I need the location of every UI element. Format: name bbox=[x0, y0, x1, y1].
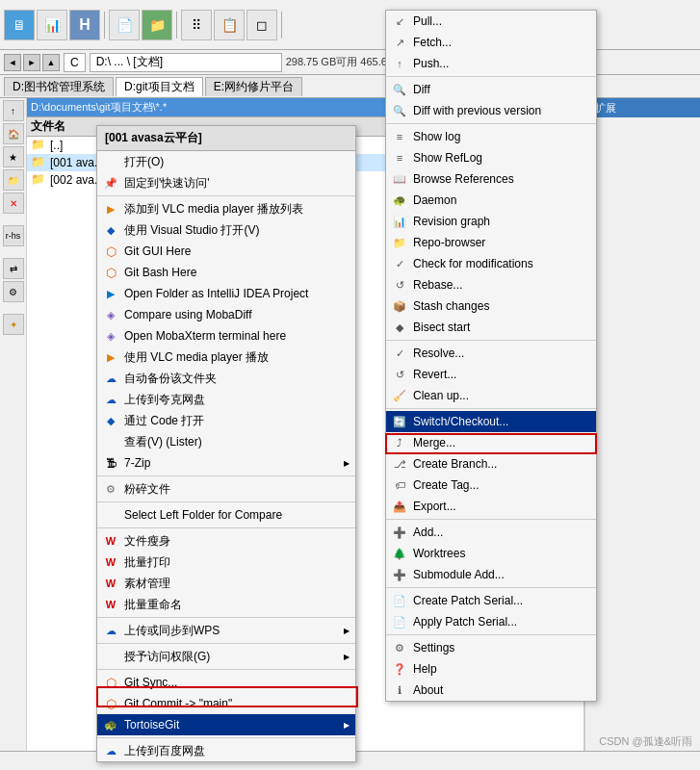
ctx-rebase[interactable]: ↺ Rebase... bbox=[386, 274, 596, 295]
ctx-rev-graph[interactable]: 📊 Revision graph bbox=[386, 211, 596, 232]
sidebar-btn-arrow[interactable]: ⇄ bbox=[3, 258, 24, 279]
toolbar-btn-2[interactable]: 📊 bbox=[37, 10, 67, 40]
ctx-push[interactable]: ↑ Push... bbox=[386, 53, 596, 74]
file-icon-2: 📁 bbox=[31, 172, 46, 188]
ctx-asset[interactable]: W 素材管理 bbox=[97, 573, 355, 594]
tab-3[interactable]: E:网约修片平台 bbox=[205, 77, 302, 96]
ctx-vscode[interactable]: ◆ 通过 Code 打开 bbox=[97, 410, 355, 431]
toolbar-btn-6[interactable]: ⠿ bbox=[181, 10, 212, 40]
ctx-auto-backup-label: 自动备份该文件夹 bbox=[124, 371, 217, 387]
sidebar-btn-up[interactable]: ↑ bbox=[3, 100, 24, 121]
ctx-switch-checkout[interactable]: 🔄 Switch/Checkout... bbox=[386, 411, 596, 432]
toolbar-btn-8[interactable]: ◻ bbox=[246, 10, 277, 40]
toolbar-btn-5[interactable]: 📁 bbox=[142, 10, 172, 40]
ctx-git-sync[interactable]: ⬡ Git Sync... bbox=[97, 672, 355, 693]
ctx-sep-2 bbox=[97, 475, 355, 476]
sidebar-btn-gear[interactable]: ⚙ bbox=[3, 281, 24, 302]
ctx-revert[interactable]: ↺ Revert... bbox=[386, 364, 596, 385]
ctx-diff[interactable]: 🔍 Diff bbox=[386, 79, 596, 100]
ctx-create-branch[interactable]: ⎇ Create Branch... bbox=[386, 453, 596, 475]
ctx-daemon[interactable]: 🐢 Daemon bbox=[386, 190, 596, 211]
ctx-access[interactable]: 授予访问权限(G) bbox=[97, 646, 355, 667]
ctx-help[interactable]: ❓ Help bbox=[386, 658, 596, 680]
ctx-stash[interactable]: 📦 Stash changes bbox=[386, 295, 596, 317]
tab-1[interactable]: D:图书馆管理系统 bbox=[4, 77, 114, 96]
nav-up[interactable]: ▲ bbox=[42, 54, 60, 71]
ctx-bisect[interactable]: ◆ Bisect start bbox=[386, 317, 596, 338]
ctx-auto-backup[interactable]: ☁ 自动备份该文件夹 bbox=[97, 368, 355, 389]
ctx-slim[interactable]: W 文件瘦身 bbox=[97, 530, 355, 552]
toolbar-btn-3[interactable]: H bbox=[69, 10, 100, 40]
ctx-git-bash[interactable]: ⬡ Git Bash Here bbox=[97, 262, 355, 283]
ctx-diff-prev[interactable]: 🔍 Diff with previous version bbox=[386, 100, 596, 121]
ctx-revert-label: Revert... bbox=[413, 368, 456, 381]
ctx-submodule[interactable]: ➕ Submodule Add... bbox=[386, 564, 596, 585]
ctx-baidu[interactable]: ☁ 上传到百度网盘 bbox=[97, 740, 355, 761]
ctx-fetch[interactable]: ↗ Fetch... bbox=[386, 32, 596, 53]
ctx-settings[interactable]: ⚙ Settings bbox=[386, 637, 596, 658]
ctx-patch-create[interactable]: 📄 Create Patch Serial... bbox=[386, 590, 596, 611]
ctx-rename[interactable]: W 批量重命名 bbox=[97, 594, 355, 615]
ctx-sep-5 bbox=[97, 617, 355, 618]
ctx-submodule-icon: ➕ bbox=[392, 567, 407, 582]
ctx-pin[interactable]: 📌 固定到'快速访问' bbox=[97, 172, 355, 193]
ctx-browse-refs[interactable]: 📖 Browse References bbox=[386, 168, 596, 190]
path-display[interactable]: D:\ ... \ [文档] bbox=[90, 53, 282, 72]
ctx-showlog[interactable]: ≡ Show log bbox=[386, 126, 596, 147]
nav-back[interactable]: ◄ bbox=[4, 54, 21, 71]
ctx-about-label: About bbox=[413, 683, 443, 697]
sidebar-btn-folder[interactable]: 📁 bbox=[3, 169, 24, 191]
ctx-wps-icon: ☁ bbox=[103, 623, 118, 638]
sidebar-btn-x[interactable]: ✕ bbox=[3, 192, 24, 214]
ctx-7zip-label: 7-Zip bbox=[124, 456, 150, 470]
ctx-cleanup[interactable]: 🧹 Clean up... bbox=[386, 385, 596, 406]
ctx-worktrees[interactable]: 🌲 Worktrees bbox=[386, 543, 596, 564]
sidebar-btn-home[interactable]: 🏠 bbox=[3, 123, 24, 144]
toolbar-btn-1[interactable]: 🖥 bbox=[4, 10, 35, 40]
ctx-mobadiff[interactable]: ◈ Compare using MobaDiff bbox=[97, 304, 355, 325]
ctx-export[interactable]: 📤 Export... bbox=[386, 496, 596, 517]
ctx-shred[interactable]: ⚙ 粉碎文件 bbox=[97, 478, 355, 500]
drive-indicator[interactable]: C bbox=[64, 53, 86, 72]
ctx-create-tag[interactable]: 🏷 Create Tag... bbox=[386, 475, 596, 496]
ctx-quark[interactable]: ☁ 上传到夸克网盘 bbox=[97, 389, 355, 410]
ctx-r-sep-7 bbox=[386, 634, 596, 635]
toolbar-sep-1 bbox=[104, 12, 105, 38]
ctx-open[interactable]: 打开(O) bbox=[97, 151, 355, 172]
ctx-repo-browser[interactable]: 📁 Repo-browser bbox=[386, 232, 596, 253]
ctx-idea[interactable]: ▶ Open Folder as IntelliJ IDEA Project bbox=[97, 283, 355, 304]
ctx-git-gui[interactable]: ⬡ Git GUI Here bbox=[97, 241, 355, 262]
sidebar-btn-r[interactable]: r-hs bbox=[3, 225, 24, 246]
ctx-add[interactable]: ➕ Add... bbox=[386, 522, 596, 543]
ctx-check-mod[interactable]: ✓ Check for modifications bbox=[386, 253, 596, 274]
ctx-pull[interactable]: ↙ Pull... bbox=[386, 11, 596, 32]
ctx-vlc-add[interactable]: ▶ 添加到 VLC media player 播放列表 bbox=[97, 198, 355, 219]
sidebar-btn-bookmark[interactable]: ★ bbox=[3, 146, 24, 167]
file-name-0: [..] bbox=[50, 139, 63, 152]
ctx-tortoisegit[interactable]: 🐢 TortoiseGit bbox=[97, 714, 355, 735]
ctx-resolve[interactable]: ✓ Resolve... bbox=[386, 343, 596, 364]
ctx-patch-apply[interactable]: 📄 Apply Patch Serial... bbox=[386, 611, 596, 632]
nav-forward[interactable]: ► bbox=[23, 54, 40, 71]
sidebar-btn-star[interactable]: ✦ bbox=[3, 314, 24, 335]
ctx-compare[interactable]: Select Left Folder for Compare bbox=[97, 504, 355, 526]
ctx-merge[interactable]: ⤴ Merge... bbox=[386, 432, 596, 453]
ctx-reflog[interactable]: ≡ Show RefLog bbox=[386, 147, 596, 168]
ctx-git-commit[interactable]: ⬡ Git Commit -> "main"... bbox=[97, 693, 355, 714]
ctx-lister[interactable]: 查看(V) (Lister) bbox=[97, 431, 355, 452]
ctx-wps[interactable]: ☁ 上传或同步到WPS bbox=[97, 620, 355, 641]
ctx-vs[interactable]: ◆ 使用 Visual Studio 打开(V) bbox=[97, 219, 355, 241]
ctx-7zip[interactable]: 🗜 7-Zip bbox=[97, 452, 355, 474]
ctx-repo-browser-icon: 📁 bbox=[392, 235, 407, 250]
ctx-about[interactable]: ℹ About bbox=[386, 680, 596, 701]
toolbar-btn-7[interactable]: 📋 bbox=[214, 10, 245, 40]
ctx-mobaterm[interactable]: ◈ Open MobaXterm terminal here bbox=[97, 325, 355, 346]
ctx-vlc-play[interactable]: ▶ 使用 VLC media player 播放 bbox=[97, 346, 355, 368]
ctx-bisect-icon: ◆ bbox=[392, 320, 407, 335]
toolbar-btn-4[interactable]: 📄 bbox=[109, 10, 140, 40]
context-menu-left: [001 avasa云平台] 打开(O) 📌 固定到'快速访问' ▶ 添加到 V… bbox=[96, 125, 356, 762]
ctx-push-icon: ↑ bbox=[392, 56, 407, 71]
toolbar-sep-3 bbox=[281, 12, 282, 38]
tab-2[interactable]: D:git项目文档 bbox=[116, 77, 203, 96]
ctx-print[interactable]: W 批量打印 bbox=[97, 552, 355, 573]
